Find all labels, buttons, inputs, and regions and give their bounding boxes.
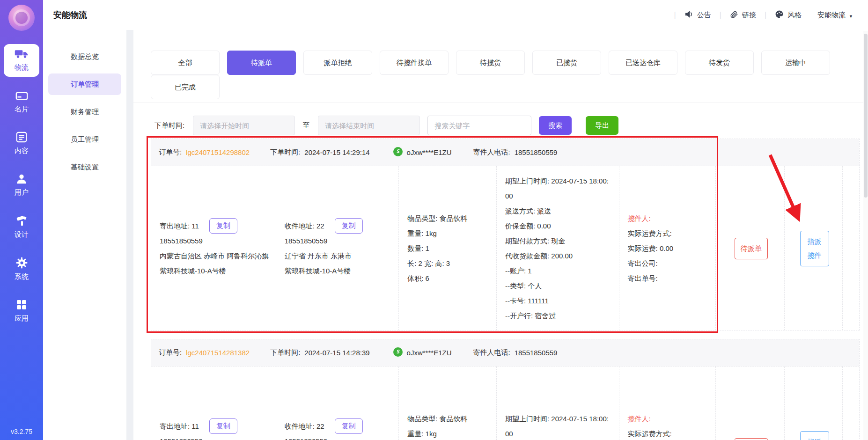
column-pickup-info: 揽件人:实际运费方式:实际运费: 0.00寄出公司:寄出单号: xyxy=(619,166,716,330)
goods-line: 重量: 1kg xyxy=(407,426,490,440)
order-body: 寄出地址: 11复制18551850559内蒙古自治区 赤峰市 阿鲁科尔沁旗紫琅… xyxy=(151,367,859,440)
app-logo[interactable] xyxy=(8,5,35,31)
wechat-group: oJxw****E1ZU xyxy=(393,147,452,158)
from-address-head: 寄出地址: 11复制 xyxy=(160,418,269,434)
topbar-item-label: 风格 xyxy=(787,11,802,20)
primary-nav-item-内容[interactable]: 内容 xyxy=(4,129,39,158)
sender-phone-label: 寄件人电话: xyxy=(473,148,510,157)
order-time-label: 下单时间: xyxy=(270,148,300,157)
primary-nav: 物流名片内容用户设计系统应用 xyxy=(0,44,43,338)
user-icon xyxy=(16,173,27,186)
topbar-item-链接[interactable]: 链接 xyxy=(730,10,756,20)
tab-派单拒绝[interactable]: 派单拒绝 xyxy=(303,51,372,75)
tab-全部[interactable]: 全部 xyxy=(151,51,220,75)
to-address-head: 收件地址: 22复制 xyxy=(285,418,392,434)
column-status: 待派单 xyxy=(715,166,784,330)
export-button[interactable]: 导出 xyxy=(586,116,618,135)
copy-from-address-button[interactable]: 复制 xyxy=(209,218,237,234)
order-body: 寄出地址: 11复制18551850559内蒙古自治区 赤峰市 阿鲁科尔沁旗紫琅… xyxy=(151,166,859,330)
primary-nav-item-名片[interactable]: 名片 xyxy=(4,88,39,117)
palette-icon xyxy=(775,10,784,20)
secondary-nav-item-基础设置[interactable]: 基础设置 xyxy=(48,156,121,178)
tab-运输中[interactable]: 运输中 xyxy=(761,51,830,75)
primary-sidebar: 物流名片内容用户设计系统应用 v3.2.75 xyxy=(0,0,43,440)
primary-nav-label: 应用 xyxy=(15,314,29,323)
order-time-label: 下单时间: xyxy=(154,121,184,130)
app-window: 物流名片内容用户设计系统应用 v3.2.75 安能物流 |公告|链接|风格安能物… xyxy=(0,0,868,440)
tab-待揽件接单[interactable]: 待揽件接单 xyxy=(380,51,449,75)
goods-line: 数量: 1 xyxy=(407,241,490,256)
primary-nav-label: 用户 xyxy=(15,188,29,197)
expect-line: 派送方式: 派送 xyxy=(505,204,612,219)
topbar-item-label: 公告 xyxy=(697,11,711,20)
account-menu[interactable]: 安能物流▼ xyxy=(817,11,853,20)
column-action: 指派揽件 xyxy=(784,166,842,330)
primary-nav-item-系统[interactable]: 系统 xyxy=(4,254,39,284)
assign-pickup-button[interactable]: 指派揽件 xyxy=(800,431,829,440)
truck-icon xyxy=(15,49,29,61)
order-time-value: 2024-07-15 14:29:14 xyxy=(304,148,369,156)
sender-phone-group: 寄件人电话:18551850559 xyxy=(473,348,557,357)
design-icon xyxy=(16,215,28,228)
order-card: 订单号:lgc24071514298802下单时间:2024-07-15 14:… xyxy=(151,139,860,330)
secondary-nav-item-财务管理[interactable]: 财务管理 xyxy=(48,101,121,123)
secondary-nav-item-员工管理[interactable]: 员工管理 xyxy=(48,129,121,150)
to-address-line: 18551850559 xyxy=(285,434,392,440)
order-time-value: 2024-07-15 14:28:39 xyxy=(304,349,369,357)
primary-nav-item-用户[interactable]: 用户 xyxy=(4,170,39,200)
column-expect-info: 期望上门时间: 2024-07-15 18:00:00派送方式: 派送价保金额:… xyxy=(496,166,619,330)
copy-from-address-button[interactable]: 复制 xyxy=(209,418,237,434)
primary-nav-item-应用[interactable]: 应用 xyxy=(4,296,39,326)
pickup-person-label: 揽件人: xyxy=(628,411,709,426)
tab-已完成[interactable]: 已完成 xyxy=(151,75,220,99)
secondary-nav-item-订单管理[interactable]: 订单管理 xyxy=(48,73,121,95)
tab-待派单[interactable]: 待派单 xyxy=(227,51,296,75)
end-date-input[interactable] xyxy=(318,116,420,135)
pickup-line: 寄出公司: xyxy=(628,256,709,271)
keyword-input[interactable] xyxy=(427,116,531,135)
order-header: 订单号:lgc24071514281382下单时间:2024-07-15 14:… xyxy=(151,339,859,367)
column-status: 待派单 xyxy=(715,367,784,440)
goods-line: 物品类型: 食品饮料 xyxy=(407,211,490,226)
main-content: 全部待派单派单拒绝待揽件接单待揽货已揽货已送达仓库待发货运输中已完成 下单时间:… xyxy=(126,30,868,440)
primary-nav-item-设计[interactable]: 设计 xyxy=(4,212,39,242)
to-address-line: 辽宁省 丹东市 东港市 xyxy=(285,249,392,264)
tab-待发货[interactable]: 待发货 xyxy=(685,51,754,75)
expect-line: --开户行: 宿舍过 xyxy=(505,308,612,323)
order-no-value: lgc24071514281382 xyxy=(186,349,250,357)
assign-pickup-button[interactable]: 指派揽件 xyxy=(800,231,829,266)
topbar-item-风格[interactable]: 风格 xyxy=(775,10,802,20)
pickup-line: 实际运费方式: xyxy=(628,426,709,440)
expect-line: --类型: 个人 xyxy=(505,279,612,293)
tab-已揽货[interactable]: 已揽货 xyxy=(532,51,601,75)
tab-待揽货[interactable]: 待揽货 xyxy=(456,51,525,75)
from-address-label: 寄出地址: 11 xyxy=(160,219,199,234)
column-from-address: 寄出地址: 11复制18551850559内蒙古自治区 赤峰市 阿鲁科尔沁旗紫琅… xyxy=(151,166,276,330)
version-label: v3.2.75 xyxy=(0,428,43,435)
primary-nav-item-物流[interactable]: 物流 xyxy=(4,44,39,77)
secondary-nav-item-数据总览[interactable]: 数据总览 xyxy=(48,46,121,67)
to-address-line: 18551850559 xyxy=(285,234,392,249)
tab-已送达仓库[interactable]: 已送达仓库 xyxy=(609,51,677,75)
order-no-value: lgc24071514298802 xyxy=(186,148,250,156)
copy-to-address-button[interactable]: 复制 xyxy=(335,418,363,434)
from-address-head: 寄出地址: 11复制 xyxy=(160,218,269,234)
start-date-input[interactable] xyxy=(193,116,295,135)
copy-to-address-button[interactable]: 复制 xyxy=(335,218,363,234)
wechat-id: oJxw****E1ZU xyxy=(407,349,452,357)
speaker-icon xyxy=(684,10,693,20)
page-title: 安能物流 xyxy=(53,9,87,21)
column-pickup-info: 揽件人:实际运费方式:实际运费: 0.00寄出公司:寄出单号: xyxy=(619,367,716,440)
sender-phone-group: 寄件人电话:18551850559 xyxy=(473,148,557,157)
column-filler xyxy=(842,166,859,330)
search-button[interactable]: 搜索 xyxy=(539,116,572,135)
column-goods-info: 物品类型: 食品饮料重量: 1kg数量: 1长: 2 宽: 高: 3体积: 6 xyxy=(398,367,496,440)
order-no-group: 订单号:lgc24071514298802 xyxy=(159,148,250,157)
topbar-separator: | xyxy=(720,11,721,19)
wechat-link-icon xyxy=(393,347,403,358)
topbar-item-公告[interactable]: 公告 xyxy=(684,10,711,20)
topbar-separator: | xyxy=(674,11,676,19)
to-address-label: 收件地址: 22 xyxy=(285,419,324,434)
scrollbar-thumb[interactable] xyxy=(864,34,868,198)
from-address-label: 寄出地址: 11 xyxy=(160,419,199,434)
